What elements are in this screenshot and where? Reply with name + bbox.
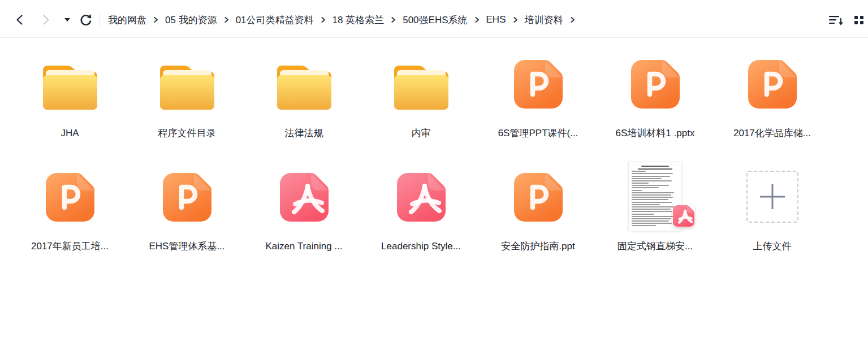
ppt-file-tile[interactable]: 2017年新员工培... [11, 171, 128, 253]
pdf-preview-tile[interactable]: 固定式钢直梯安... [597, 171, 714, 253]
file-label: 2017年新员工培... [31, 240, 109, 253]
file-label: JHA [61, 127, 79, 140]
pdf-preview-slot [629, 171, 681, 223]
breadcrumb: 我的网盘05 我的资源01公司类精益资料18 英格索兰500强EHS系统EHS培… [108, 14, 576, 27]
pdf-file-tile[interactable]: Leadership Style... [362, 171, 480, 253]
breadcrumb-separator-icon [320, 16, 326, 23]
file-label: 6S培训材料1 .pptx [616, 127, 695, 140]
pdf-icon-slot [396, 171, 447, 223]
ppt-icon-slot [513, 171, 564, 223]
upload-file-tile[interactable]: 上传文件 [714, 171, 831, 253]
history-dropdown-icon[interactable] [61, 11, 74, 28]
folder-tile[interactable]: 程序文件目录 [128, 58, 245, 140]
ppt-file-tile[interactable]: 6S管理PPT课件(... [480, 58, 597, 140]
pdf-preview-thumbnail [629, 162, 681, 231]
ppt-file-icon [513, 59, 564, 110]
breadcrumb-item[interactable]: 18 英格索兰 [332, 14, 385, 27]
breadcrumb-item[interactable]: 培训资料 [525, 14, 563, 27]
breadcrumb-separator-icon [512, 16, 519, 23]
refresh-icon[interactable] [77, 11, 94, 28]
grid-view-icon[interactable] [854, 14, 865, 25]
breadcrumb-separator-icon [153, 16, 159, 23]
file-grid: JHA 程序文件目录 法律法规 内审 [11, 58, 868, 253]
ppt-file-icon [747, 59, 798, 110]
ppt-file-icon [630, 59, 681, 110]
file-label: Kaizen Training ... [265, 240, 342, 253]
file-label: EHS管理体系基... [149, 240, 224, 253]
ppt-icon-slot [513, 58, 564, 110]
folder-icon-slot [43, 58, 97, 110]
pdf-icon-slot [279, 171, 330, 223]
navigation-toolbar: 我的网盘05 我的资源01公司类精益资料18 英格索兰500强EHS系统EHS培… [0, 2, 868, 38]
upload-box [746, 171, 798, 223]
ppt-file-tile[interactable]: 6S培训材料1 .pptx [597, 58, 714, 140]
breadcrumb-separator-icon [223, 16, 230, 23]
ppt-file-icon [513, 172, 564, 223]
breadcrumb-separator-icon [390, 16, 396, 23]
file-label: 程序文件目录 [158, 127, 216, 140]
file-label: 安全防护指南.ppt [501, 240, 575, 253]
file-label: Leadership Style... [381, 240, 461, 253]
pdf-file-icon [279, 172, 330, 223]
folder-tile[interactable]: 内审 [362, 58, 480, 140]
folder-icon-slot [160, 58, 214, 110]
breadcrumb-separator-icon [474, 16, 480, 23]
breadcrumb-item[interactable]: 500强EHS系统 [403, 14, 467, 27]
file-label: 内审 [412, 127, 431, 140]
pdf-file-tile[interactable]: Kaizen Training ... [245, 171, 362, 253]
file-label: 2017化学品库储... [733, 127, 811, 140]
file-label: 上传文件 [753, 240, 792, 253]
toolbar-right-actions [828, 2, 868, 37]
ppt-icon-slot [45, 171, 96, 223]
ppt-file-icon [162, 172, 213, 223]
ppt-icon-slot [630, 58, 681, 110]
breadcrumb-item[interactable]: 01公司类精益资料 [236, 14, 314, 27]
pdf-badge-icon [672, 205, 695, 227]
file-browser-content: JHA 程序文件目录 法律法规 内审 [0, 38, 868, 253]
breadcrumb-separator-icon [569, 16, 576, 23]
ppt-icon-slot [162, 171, 213, 223]
forward-icon[interactable] [37, 11, 54, 28]
folder-icon-slot [394, 58, 448, 110]
breadcrumb-item[interactable]: 05 我的资源 [165, 14, 217, 27]
folder-icon-slot [277, 58, 331, 110]
back-icon[interactable] [11, 11, 28, 28]
caret-down-icon [64, 18, 70, 21]
sort-icon[interactable] [828, 14, 844, 26]
file-label: 6S管理PPT课件(... [498, 127, 578, 140]
folder-tile[interactable]: JHA [11, 58, 128, 140]
plus-icon [758, 183, 787, 211]
pdf-file-icon [396, 172, 447, 223]
folder-icon [394, 62, 448, 110]
folder-tile[interactable]: 法律法规 [245, 58, 362, 140]
folder-icon [43, 62, 97, 110]
ppt-icon-slot [747, 58, 798, 110]
folder-icon [277, 62, 331, 110]
ppt-file-tile[interactable]: EHS管理体系基... [128, 171, 245, 253]
breadcrumb-item[interactable]: 我的网盘 [108, 14, 146, 27]
file-label: 法律法规 [285, 127, 323, 140]
file-label: 固定式钢直梯安... [617, 240, 693, 253]
ppt-file-tile[interactable]: 安全防护指南.ppt [480, 171, 597, 253]
folder-icon [160, 62, 214, 110]
upload-slot [746, 171, 798, 223]
ppt-file-icon [45, 172, 96, 223]
ppt-file-tile[interactable]: 2017化学品库储... [714, 58, 831, 140]
breadcrumb-item[interactable]: EHS [486, 14, 506, 25]
toolbar-separator [100, 12, 100, 27]
